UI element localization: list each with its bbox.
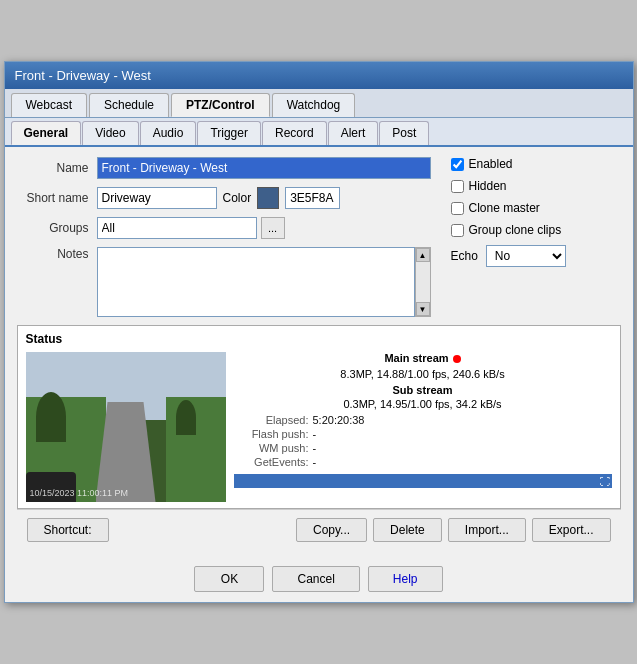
scroll-up-btn[interactable]: ▲ [416,248,430,262]
hidden-row: Hidden [451,179,621,193]
expand-icon: ⛶ [600,476,610,487]
tab-webcast[interactable]: Webcast [11,93,87,117]
wm-push-label: WM push: [234,442,309,454]
groups-dots-button[interactable]: ... [261,217,285,239]
shortcut-button[interactable]: Shortcut: [27,518,109,542]
color-swatch[interactable] [257,187,279,209]
color-hex-input[interactable] [285,187,340,209]
main-stream-title: Main stream [384,352,448,364]
main-content: Name Short name Color Groups [5,147,633,560]
tab-video[interactable]: Video [82,121,138,145]
sub-stream-info: 0.3MP, 14.95/1.00 fps, 34.2 kB/s [234,398,612,410]
echo-label: Echo [451,249,478,263]
title-bar: Front - Driveway - West [5,62,633,89]
copy-button[interactable]: Copy... [296,518,367,542]
group-clone-label: Group clone clips [469,223,562,237]
flash-push-row: Flash push: - [234,428,612,440]
color-label: Color [223,191,252,205]
form-right: Enabled Hidden Clone master Group clone … [441,157,621,321]
status-area: Status 10/15/2023 11:00:11 PM Main str [17,325,621,509]
short-name-label: Short name [17,191,97,205]
scroll-down-btn[interactable]: ▼ [416,302,430,316]
name-input[interactable] [97,157,431,179]
ok-button[interactable]: OK [194,566,264,592]
name-label: Name [17,161,97,175]
notes-textarea[interactable] [97,247,415,317]
form-left: Name Short name Color Groups [17,157,431,321]
notes-label: Notes [17,247,97,261]
get-events-row: GetEvents: - [234,456,612,468]
wm-push-value: - [313,442,317,454]
notes-row: Notes ▲ ▼ [17,247,431,317]
short-name-input[interactable] [97,187,217,209]
echo-row: Echo No Yes [451,245,621,267]
elapsed-row: Elapsed: 5:20:20:38 [234,414,612,426]
tab-ptz-control[interactable]: PTZ/Control [171,93,270,117]
tab-alert[interactable]: Alert [328,121,379,145]
group-clone-checkbox[interactable] [451,224,464,237]
tree-left [36,392,66,442]
tab-trigger[interactable]: Trigger [197,121,261,145]
tree-right [176,400,196,435]
status-title: Status [26,332,612,346]
status-inner: 10/15/2023 11:00:11 PM Main stream 8.3MP… [26,352,612,502]
help-button[interactable]: Help [368,566,443,592]
groups-input[interactable] [97,217,257,239]
tab-watchdog[interactable]: Watchdog [272,93,356,117]
elapsed-value: 5:20:20:38 [313,414,365,426]
delete-button[interactable]: Delete [373,518,442,542]
main-stream-info: 8.3MP, 14.88/1.00 fps, 240.6 kB/s [234,368,612,380]
status-info: Main stream 8.3MP, 14.88/1.00 fps, 240.6… [234,352,612,502]
echo-select[interactable]: No Yes [486,245,566,267]
name-row: Name [17,157,431,179]
group-clone-row: Group clone clips [451,223,621,237]
short-name-row: Short name Color [17,187,431,209]
window-title: Front - Driveway - West [15,68,151,83]
short-name-group: Color [97,187,341,209]
clone-master-row: Clone master [451,201,621,215]
flash-push-value: - [313,428,317,440]
groups-row: Groups ... [17,217,431,239]
get-events-label: GetEvents: [234,456,309,468]
video-thumbnail: 10/15/2023 11:00:11 PM [26,352,226,502]
video-timestamp: 10/15/2023 11:00:11 PM [30,488,129,498]
enabled-row: Enabled [451,157,621,171]
hidden-checkbox[interactable] [451,180,464,193]
notes-scrollbar[interactable]: ▲ ▼ [415,247,431,317]
tab-post[interactable]: Post [379,121,429,145]
cancel-button[interactable]: Cancel [272,566,359,592]
tab-general[interactable]: General [11,121,82,145]
inner-tab-bar: General Video Audio Trigger Record Alert… [5,118,633,147]
enabled-checkbox[interactable] [451,158,464,171]
clone-master-checkbox[interactable] [451,202,464,215]
import-button[interactable]: Import... [448,518,526,542]
groups-group: ... [97,217,285,239]
dialog-buttons: OK Cancel Help [5,560,633,602]
groups-label: Groups [17,221,97,235]
wm-push-row: WM push: - [234,442,612,454]
tab-audio[interactable]: Audio [140,121,197,145]
sub-stream-title: Sub stream [234,384,612,396]
get-events-value: - [313,456,317,468]
flash-push-label: Flash push: [234,428,309,440]
form-area: Name Short name Color Groups [17,157,621,321]
outer-tab-bar: Webcast Schedule PTZ/Control Watchdog [5,89,633,118]
tab-record[interactable]: Record [262,121,327,145]
grass-right [166,397,226,502]
elapsed-label: Elapsed: [234,414,309,426]
tab-schedule[interactable]: Schedule [89,93,169,117]
export-button[interactable]: Export... [532,518,611,542]
clone-master-label: Clone master [469,201,540,215]
main-window: Front - Driveway - West Webcast Schedule… [4,61,634,603]
recording-indicator [453,355,461,363]
enabled-label: Enabled [469,157,513,171]
bottom-buttons: Shortcut: Copy... Delete Import... Expor… [17,509,621,550]
progress-bar: ⛶ [234,474,612,488]
hidden-label: Hidden [469,179,507,193]
